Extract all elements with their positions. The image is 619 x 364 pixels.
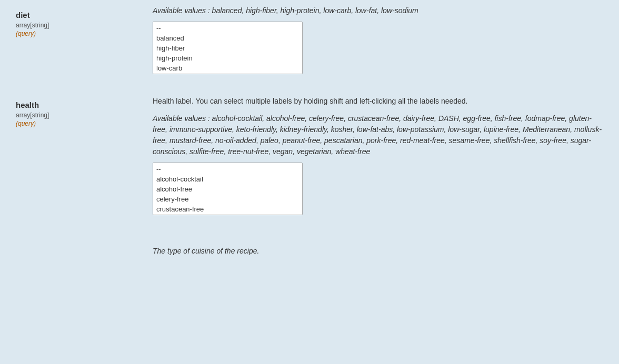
health-param-source: (query) xyxy=(16,120,137,127)
cuisine-sidebar xyxy=(0,231,147,266)
health-section: health array[string] (query) Health labe… xyxy=(0,90,619,231)
diet-select[interactable]: --balancedhigh-fiberhigh-proteinlow-carb… xyxy=(153,22,303,74)
diet-param-type: array[string] xyxy=(16,22,137,29)
diet-param: diet array[string] (query) xyxy=(16,11,137,37)
health-main: Health label. You can select multiple la… xyxy=(147,90,619,231)
diet-main: Available values : balanced, high-fiber,… xyxy=(147,0,619,90)
health-param-name: health xyxy=(16,100,137,109)
cuisine-hint-text: The type of cuisine of the recipe. xyxy=(153,247,603,255)
diet-param-name: diet xyxy=(16,11,137,19)
health-param: health array[string] (query) xyxy=(16,100,137,127)
diet-available-label: Available values xyxy=(153,6,206,15)
diet-available-values-text: Available values : balanced, high-fiber,… xyxy=(153,5,603,16)
health-sidebar: health array[string] (query) xyxy=(0,90,147,231)
diet-param-source: (query) xyxy=(16,30,137,37)
health-available-label: Available values xyxy=(153,114,206,123)
health-available-values: alcohol-cocktail, alcohol-free, celery-f… xyxy=(153,114,602,156)
diet-available-values: balanced, high-fiber, high-protein, low-… xyxy=(212,6,418,15)
diet-select-container: --balancedhigh-fiberhigh-proteinlow-carb… xyxy=(153,22,303,74)
health-description: Health label. You can select multiple la… xyxy=(153,95,603,107)
health-select-container: --alcohol-cocktailalcohol-freecelery-fre… xyxy=(153,163,303,215)
health-select[interactable]: --alcohol-cocktailalcohol-freecelery-fre… xyxy=(153,163,303,215)
diet-sidebar: diet array[string] (query) xyxy=(0,0,147,90)
cuisine-main: The type of cuisine of the recipe. xyxy=(147,231,619,266)
cuisine-section: The type of cuisine of the recipe. xyxy=(0,231,619,266)
page-container: diet array[string] (query) Available val… xyxy=(0,0,619,364)
diet-section: diet array[string] (query) Available val… xyxy=(0,0,619,90)
health-param-type: array[string] xyxy=(16,112,137,119)
health-available-values-text: Available values : alcohol-cocktail, alc… xyxy=(153,113,603,157)
